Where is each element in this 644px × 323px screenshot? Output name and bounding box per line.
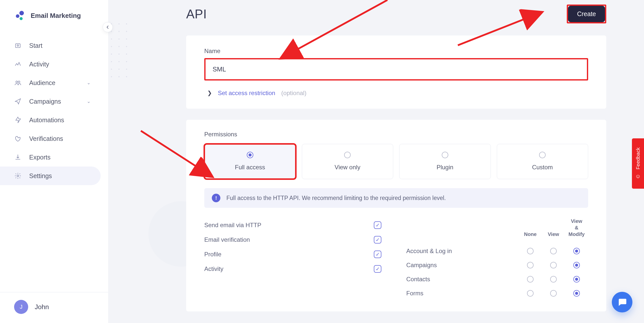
radio-none[interactable] <box>527 262 534 268</box>
chevron-down-icon: ⌄ <box>87 99 91 104</box>
radio-view-modify[interactable] <box>573 276 580 282</box>
radio-none[interactable] <box>527 248 534 254</box>
sidebar-footer[interactable]: J John <box>0 292 108 323</box>
brand-logo <box>14 10 25 21</box>
permission-row: Account & Log in <box>406 244 588 258</box>
audience-icon <box>14 79 22 87</box>
permission-row: Contacts <box>406 272 588 286</box>
svg-rect-3 <box>16 44 20 48</box>
radio-view-modify[interactable] <box>573 248 580 254</box>
svg-point-0 <box>19 11 24 15</box>
sidebar-header: Email Marketing <box>0 0 108 36</box>
sidebar-item-automations[interactable]: Automations <box>0 111 101 129</box>
home-icon <box>14 42 22 49</box>
permission-option-plugin[interactable]: Plugin <box>399 144 491 179</box>
permission-row: Activity ✓ <box>204 262 386 276</box>
create-button[interactable]: Create <box>568 6 605 22</box>
permission-row: Send email via HTTP ✓ <box>204 218 386 232</box>
activity-icon <box>14 60 22 68</box>
nav-label: Verifications <box>29 135 91 142</box>
nav-label: Activity <box>29 61 91 68</box>
radio-view-modify[interactable] <box>573 290 580 297</box>
permission-row-label: Profile <box>204 251 372 258</box>
radio-none[interactable] <box>527 290 534 297</box>
radio-view[interactable] <box>550 276 557 282</box>
checkbox-checked-icon[interactable]: ✓ <box>374 221 381 229</box>
sidebar-item-verifications[interactable]: Verifications <box>0 129 101 148</box>
access-restriction-row[interactable]: ❯ Set access restriction (optional) <box>204 90 588 97</box>
sidebar: Email Marketing Start Activity Audience … <box>0 0 108 323</box>
sidebar-item-activity[interactable]: Activity <box>0 55 101 73</box>
nav-label: Settings <box>29 172 91 180</box>
sidebar-item-exports[interactable]: Exports <box>0 148 101 167</box>
permissions-col-right: None View View&Modify Account & Log in C… <box>406 218 588 300</box>
nav-label: Automations <box>29 116 91 124</box>
permissions-info-banner: ! Full access to the HTTP API. We recomm… <box>204 188 588 208</box>
permission-option-view-only[interactable]: View only <box>302 144 393 179</box>
radio-icon <box>442 152 448 158</box>
svg-point-2 <box>20 17 23 20</box>
checkbox-checked-icon[interactable]: ✓ <box>374 251 381 258</box>
svg-point-6 <box>18 81 20 83</box>
annotation-highlight-name-input <box>204 58 588 80</box>
sidebar-item-settings[interactable]: Settings <box>0 167 101 185</box>
permission-row: Campaigns <box>406 258 588 272</box>
permissions-label: Permissions <box>204 131 588 138</box>
access-restriction-link[interactable]: Set access restriction <box>218 90 275 97</box>
permission-option-label: Full access <box>235 164 265 171</box>
permission-row-label: Send email via HTTP <box>204 222 372 229</box>
permission-row-label: Account & Log in <box>406 248 519 255</box>
sidebar-item-start[interactable]: Start <box>0 36 101 55</box>
radio-none[interactable] <box>527 276 534 282</box>
permission-row: Email verification ✓ <box>204 232 386 247</box>
automations-icon <box>14 116 22 124</box>
permissions-card: Permissions Full access View only Plugin… <box>186 120 606 311</box>
sidebar-item-campaigns[interactable]: Campaigns ⌄ <box>0 92 101 111</box>
radio-icon <box>344 152 351 158</box>
main: API Create Name ❯ Set access restriction… <box>108 0 644 323</box>
page-head: API Create <box>186 5 606 23</box>
permissions-header-none: None <box>519 231 542 237</box>
permission-option-label: Plugin <box>436 164 453 171</box>
user-name: John <box>35 303 49 311</box>
permission-row-label: Email verification <box>204 236 372 243</box>
permission-row: Profile ✓ <box>204 247 386 262</box>
permissions-table: Send email via HTTP ✓ Email verification… <box>204 218 588 300</box>
nav-label: Start <box>29 42 91 49</box>
sidebar-item-audience[interactable]: Audience ⌄ <box>0 73 101 92</box>
permissions-info-text: Full access to the HTTP API. We recommen… <box>226 195 446 201</box>
permission-row-label: Activity <box>204 265 372 272</box>
chevron-down-icon: ⌄ <box>87 80 91 86</box>
radio-view[interactable] <box>550 290 557 297</box>
nav: Start Activity Audience ⌄ Campaigns ⌄ Au… <box>0 36 108 185</box>
radio-icon <box>247 152 253 158</box>
permission-option-label: View only <box>335 164 360 171</box>
permission-row-label: Contacts <box>406 276 519 283</box>
permissions-header-view: View <box>542 231 565 237</box>
radio-view[interactable] <box>550 262 557 268</box>
permission-option-label: Custom <box>532 164 553 171</box>
permissions-header-row: None View View&Modify <box>406 218 588 237</box>
name-field-label: Name <box>204 48 588 55</box>
svg-point-5 <box>16 81 18 83</box>
radio-view-modify[interactable] <box>573 262 580 268</box>
annotation-highlight-create: Create <box>567 5 606 23</box>
info-icon: ! <box>212 194 220 202</box>
permission-option-full-access[interactable]: Full access <box>204 144 296 179</box>
checkbox-checked-icon[interactable]: ✓ <box>374 236 381 244</box>
nav-label: Campaigns <box>29 98 79 105</box>
permission-option-custom[interactable]: Custom <box>497 144 588 179</box>
settings-icon <box>14 172 22 180</box>
svg-point-4 <box>17 45 19 46</box>
permissions-header-view-modify: View&Modify <box>565 218 588 237</box>
content: API Create Name ❯ Set access restriction… <box>108 0 644 311</box>
permission-row-label: Campaigns <box>406 262 519 269</box>
nav-label: Exports <box>29 154 91 161</box>
checkbox-checked-icon[interactable]: ✓ <box>374 265 381 273</box>
name-input[interactable] <box>206 59 587 79</box>
access-restriction-optional: (optional) <box>281 90 306 97</box>
permission-row: Forms <box>406 286 588 300</box>
chevron-right-icon: ❯ <box>207 90 212 96</box>
radio-view[interactable] <box>550 248 557 254</box>
verifications-icon <box>14 135 22 142</box>
